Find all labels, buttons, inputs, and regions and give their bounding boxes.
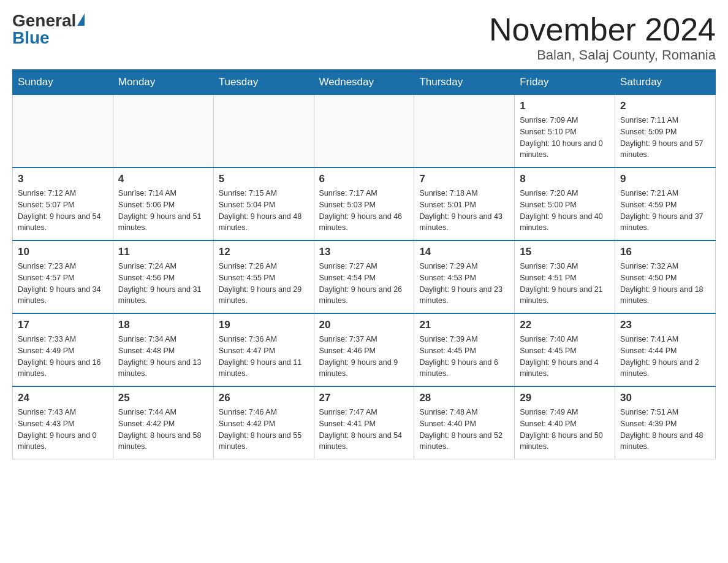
day-cell: 13Sunrise: 7:27 AMSunset: 4:54 PMDayligh… xyxy=(314,240,414,313)
day-cell: 5Sunrise: 7:15 AMSunset: 5:04 PMDaylight… xyxy=(213,167,314,240)
day-number: 18 xyxy=(118,319,208,331)
sun-info: Sunrise: 7:36 AMSunset: 4:47 PMDaylight:… xyxy=(219,334,309,380)
sun-info: Sunrise: 7:14 AMSunset: 5:06 PMDaylight:… xyxy=(118,188,208,234)
day-cell: 30Sunrise: 7:51 AMSunset: 4:39 PMDayligh… xyxy=(615,386,716,459)
day-cell xyxy=(13,95,113,168)
sun-info: Sunrise: 7:30 AMSunset: 4:51 PMDaylight:… xyxy=(520,261,610,307)
day-cell: 22Sunrise: 7:40 AMSunset: 4:45 PMDayligh… xyxy=(515,313,615,386)
day-number: 11 xyxy=(118,246,208,258)
sun-info: Sunrise: 7:40 AMSunset: 4:45 PMDaylight:… xyxy=(520,334,610,380)
week-row-4: 17Sunrise: 7:33 AMSunset: 4:49 PMDayligh… xyxy=(13,313,716,386)
day-cell: 19Sunrise: 7:36 AMSunset: 4:47 PMDayligh… xyxy=(213,313,314,386)
day-cell xyxy=(113,95,213,168)
day-number: 15 xyxy=(520,246,610,258)
day-cell: 10Sunrise: 7:23 AMSunset: 4:57 PMDayligh… xyxy=(13,240,113,313)
sun-info: Sunrise: 7:44 AMSunset: 4:42 PMDaylight:… xyxy=(118,407,208,453)
day-number: 17 xyxy=(18,319,108,331)
day-number: 12 xyxy=(219,246,309,258)
sun-info: Sunrise: 7:21 AMSunset: 4:59 PMDaylight:… xyxy=(620,188,710,234)
day-cell: 2Sunrise: 7:11 AMSunset: 5:09 PMDaylight… xyxy=(615,95,716,168)
day-cell: 28Sunrise: 7:48 AMSunset: 4:40 PMDayligh… xyxy=(414,386,515,459)
sun-info: Sunrise: 7:29 AMSunset: 4:53 PMDaylight:… xyxy=(419,261,509,307)
day-cell: 17Sunrise: 7:33 AMSunset: 4:49 PMDayligh… xyxy=(13,313,113,386)
day-cell: 4Sunrise: 7:14 AMSunset: 5:06 PMDaylight… xyxy=(113,167,213,240)
month-title: November 2024 xyxy=(489,12,716,47)
day-cell: 18Sunrise: 7:34 AMSunset: 4:48 PMDayligh… xyxy=(113,313,213,386)
sun-info: Sunrise: 7:27 AMSunset: 4:54 PMDaylight:… xyxy=(319,261,409,307)
week-row-5: 24Sunrise: 7:43 AMSunset: 4:43 PMDayligh… xyxy=(13,386,716,459)
day-cell: 11Sunrise: 7:24 AMSunset: 4:56 PMDayligh… xyxy=(113,240,213,313)
sun-info: Sunrise: 7:26 AMSunset: 4:55 PMDaylight:… xyxy=(219,261,309,307)
day-cell: 8Sunrise: 7:20 AMSunset: 5:00 PMDaylight… xyxy=(515,167,615,240)
sun-info: Sunrise: 7:47 AMSunset: 4:41 PMDaylight:… xyxy=(319,407,409,453)
day-number: 29 xyxy=(520,392,610,404)
day-number: 6 xyxy=(319,173,409,185)
day-number: 16 xyxy=(620,246,710,258)
logo-blue-text: Blue xyxy=(12,29,50,47)
day-cell: 20Sunrise: 7:37 AMSunset: 4:46 PMDayligh… xyxy=(314,313,414,386)
day-cell: 7Sunrise: 7:18 AMSunset: 5:01 PMDaylight… xyxy=(414,167,515,240)
sun-info: Sunrise: 7:15 AMSunset: 5:04 PMDaylight:… xyxy=(219,188,309,234)
day-cell: 9Sunrise: 7:21 AMSunset: 4:59 PMDaylight… xyxy=(615,167,716,240)
sun-info: Sunrise: 7:18 AMSunset: 5:01 PMDaylight:… xyxy=(419,188,509,234)
sun-info: Sunrise: 7:34 AMSunset: 4:48 PMDaylight:… xyxy=(118,334,208,380)
day-cell: 23Sunrise: 7:41 AMSunset: 4:44 PMDayligh… xyxy=(615,313,716,386)
header-cell-tuesday: Tuesday xyxy=(213,70,314,95)
calendar-header: SundayMondayTuesdayWednesdayThursdayFrid… xyxy=(13,70,716,95)
sun-info: Sunrise: 7:32 AMSunset: 4:50 PMDaylight:… xyxy=(620,261,710,307)
day-number: 26 xyxy=(219,392,309,404)
day-number: 25 xyxy=(118,392,208,404)
day-number: 20 xyxy=(319,319,409,331)
sun-info: Sunrise: 7:43 AMSunset: 4:43 PMDaylight:… xyxy=(18,407,108,453)
sun-info: Sunrise: 7:23 AMSunset: 4:57 PMDaylight:… xyxy=(18,261,108,307)
sun-info: Sunrise: 7:09 AMSunset: 5:10 PMDaylight:… xyxy=(520,115,610,161)
day-cell xyxy=(314,95,414,168)
logo-triangle-icon xyxy=(77,13,85,26)
day-number: 21 xyxy=(419,319,509,331)
day-number: 4 xyxy=(118,173,208,185)
day-number: 9 xyxy=(620,173,710,185)
day-cell: 27Sunrise: 7:47 AMSunset: 4:41 PMDayligh… xyxy=(314,386,414,459)
day-number: 27 xyxy=(319,392,409,404)
day-cell: 15Sunrise: 7:30 AMSunset: 4:51 PMDayligh… xyxy=(515,240,615,313)
day-number: 3 xyxy=(18,173,108,185)
day-cell xyxy=(414,95,515,168)
header-cell-sunday: Sunday xyxy=(13,70,113,95)
sun-info: Sunrise: 7:41 AMSunset: 4:44 PMDaylight:… xyxy=(620,334,710,380)
day-number: 8 xyxy=(520,173,610,185)
sun-info: Sunrise: 7:33 AMSunset: 4:49 PMDaylight:… xyxy=(18,334,108,380)
week-row-3: 10Sunrise: 7:23 AMSunset: 4:57 PMDayligh… xyxy=(13,240,716,313)
day-cell: 1Sunrise: 7:09 AMSunset: 5:10 PMDaylight… xyxy=(515,95,615,168)
sun-info: Sunrise: 7:12 AMSunset: 5:07 PMDaylight:… xyxy=(18,188,108,234)
calendar-body: 1Sunrise: 7:09 AMSunset: 5:10 PMDaylight… xyxy=(13,95,716,459)
day-number: 13 xyxy=(319,246,409,258)
sun-info: Sunrise: 7:11 AMSunset: 5:09 PMDaylight:… xyxy=(620,115,710,161)
day-number: 2 xyxy=(620,100,710,112)
day-number: 10 xyxy=(18,246,108,258)
sun-info: Sunrise: 7:39 AMSunset: 4:45 PMDaylight:… xyxy=(419,334,509,380)
day-cell: 29Sunrise: 7:49 AMSunset: 4:40 PMDayligh… xyxy=(515,386,615,459)
header-row: SundayMondayTuesdayWednesdayThursdayFrid… xyxy=(13,70,716,95)
header-cell-friday: Friday xyxy=(515,70,615,95)
calendar-table: SundayMondayTuesdayWednesdayThursdayFrid… xyxy=(12,69,716,459)
day-cell: 26Sunrise: 7:46 AMSunset: 4:42 PMDayligh… xyxy=(213,386,314,459)
logo-general-text: General xyxy=(12,12,76,29)
day-number: 19 xyxy=(219,319,309,331)
day-cell: 6Sunrise: 7:17 AMSunset: 5:03 PMDaylight… xyxy=(314,167,414,240)
sun-info: Sunrise: 7:24 AMSunset: 4:56 PMDaylight:… xyxy=(118,261,208,307)
sun-info: Sunrise: 7:46 AMSunset: 4:42 PMDaylight:… xyxy=(219,407,309,453)
week-row-1: 1Sunrise: 7:09 AMSunset: 5:10 PMDaylight… xyxy=(13,95,716,168)
week-row-2: 3Sunrise: 7:12 AMSunset: 5:07 PMDaylight… xyxy=(13,167,716,240)
day-cell: 16Sunrise: 7:32 AMSunset: 4:50 PMDayligh… xyxy=(615,240,716,313)
sun-info: Sunrise: 7:51 AMSunset: 4:39 PMDaylight:… xyxy=(620,407,710,453)
day-number: 1 xyxy=(520,100,610,112)
sun-info: Sunrise: 7:37 AMSunset: 4:46 PMDaylight:… xyxy=(319,334,409,380)
day-cell: 3Sunrise: 7:12 AMSunset: 5:07 PMDaylight… xyxy=(13,167,113,240)
day-cell: 14Sunrise: 7:29 AMSunset: 4:53 PMDayligh… xyxy=(414,240,515,313)
sun-info: Sunrise: 7:49 AMSunset: 4:40 PMDaylight:… xyxy=(520,407,610,453)
day-number: 28 xyxy=(419,392,509,404)
header-cell-monday: Monday xyxy=(113,70,213,95)
day-number: 22 xyxy=(520,319,610,331)
day-cell: 25Sunrise: 7:44 AMSunset: 4:42 PMDayligh… xyxy=(113,386,213,459)
day-cell: 21Sunrise: 7:39 AMSunset: 4:45 PMDayligh… xyxy=(414,313,515,386)
